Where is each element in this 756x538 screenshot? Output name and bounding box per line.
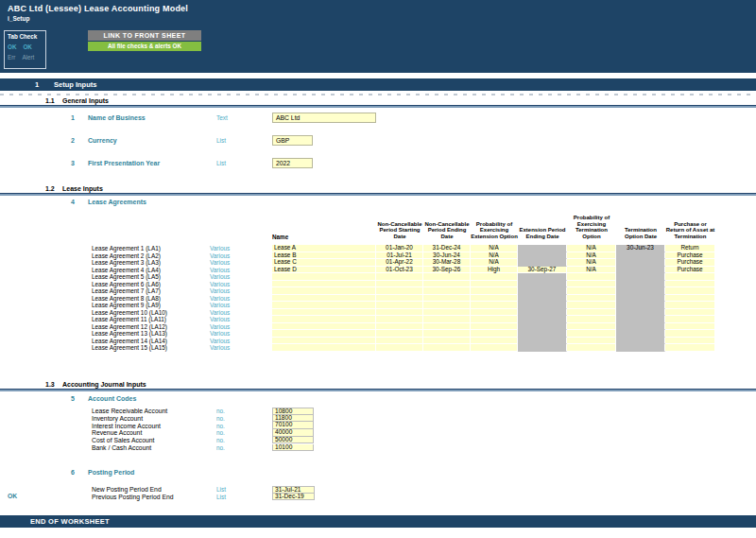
- column-header-probability-of-exercising-extension-option: Probability of Exercising Extension Opti…: [471, 221, 518, 242]
- termination-probability-cell[interactable]: [567, 273, 616, 281]
- end-date-cell[interactable]: [423, 273, 471, 281]
- extension-probability-cell[interactable]: [471, 302, 518, 309]
- start-date-cell[interactable]: [376, 316, 423, 323]
- lease-row-type: Various: [210, 330, 272, 338]
- termination-action-cell[interactable]: [665, 330, 715, 338]
- extension-probability-cell[interactable]: [471, 323, 518, 331]
- start-date-cell[interactable]: [376, 295, 423, 303]
- termination-action-cell[interactable]: [665, 295, 715, 303]
- termination-action-cell[interactable]: [665, 309, 715, 317]
- lease-name-cell[interactable]: [272, 302, 376, 309]
- extension-probability-cell[interactable]: [471, 338, 518, 345]
- lease-name-cell[interactable]: [272, 344, 376, 352]
- termination-probability-cell[interactable]: [567, 287, 616, 295]
- start-date-cell[interactable]: [376, 273, 423, 281]
- lease-row-type: Various: [210, 316, 272, 323]
- tab-check-err-left: Err: [8, 54, 15, 61]
- termination-action-cell[interactable]: [665, 273, 715, 281]
- item-number: 3: [71, 160, 88, 166]
- account-code-input-bank-cash-account[interactable]: 10100: [272, 444, 314, 452]
- end-date-cell[interactable]: [423, 316, 471, 323]
- lease-row-label: Lease Agreement 13 (LA13): [92, 330, 210, 338]
- termination-probability-cell[interactable]: N/A: [567, 267, 616, 274]
- termination-action-cell[interactable]: Purchase: [665, 267, 715, 274]
- extension-probability-cell[interactable]: [471, 273, 518, 281]
- termination-probability-cell[interactable]: [567, 295, 616, 303]
- start-date-cell[interactable]: [376, 302, 423, 309]
- start-date-cell[interactable]: [376, 309, 423, 317]
- extension-probability-cell[interactable]: [471, 281, 518, 288]
- termination-probability-cell[interactable]: [567, 344, 616, 352]
- extension-probability-cell[interactable]: [471, 309, 518, 317]
- lease-name-cell[interactable]: Lease D: [272, 267, 376, 274]
- termination-action-cell[interactable]: [665, 316, 715, 323]
- end-date-cell[interactable]: [423, 281, 471, 288]
- input-currency[interactable]: GBP: [272, 135, 313, 146]
- extension-end-date-cell: [518, 245, 567, 252]
- section-bar-setup-inputs: 1 Setup Inputs: [0, 78, 756, 91]
- lease-row-type: Various: [210, 281, 272, 288]
- start-date-cell[interactable]: [376, 330, 423, 338]
- posting-period-input-previous-posting-period-end[interactable]: 31-Dec-19: [272, 494, 315, 501]
- termination-action-cell[interactable]: [665, 281, 715, 288]
- page-title: ABC Ltd (Lessee) Lease Accounting Model: [8, 4, 188, 13]
- extension-probability-cell[interactable]: [471, 287, 518, 295]
- end-date-cell[interactable]: [423, 287, 471, 295]
- termination-action-cell[interactable]: [665, 338, 715, 345]
- input-type-label: List: [216, 137, 272, 144]
- start-date-cell[interactable]: [376, 281, 423, 288]
- link-to-front-sheet-button[interactable]: LINK TO FRONT SHEET: [88, 30, 201, 41]
- input-first-presentation-year[interactable]: 2022: [272, 158, 313, 168]
- input-name-of-business[interactable]: ABC Ltd: [272, 113, 376, 123]
- termination-probability-cell[interactable]: [567, 309, 616, 317]
- end-date-cell[interactable]: [423, 330, 471, 338]
- extension-end-date-cell[interactable]: 30-Sep-27: [518, 267, 567, 274]
- start-date-cell[interactable]: [376, 338, 423, 345]
- termination-date-cell: [616, 273, 665, 281]
- extension-probability-cell[interactable]: High: [471, 267, 518, 274]
- end-date-cell[interactable]: [423, 323, 471, 331]
- start-date-cell[interactable]: [376, 344, 423, 352]
- extension-probability-cell[interactable]: [471, 295, 518, 303]
- lease-row: Lease Agreement 12 (LA12)Various: [0, 323, 756, 331]
- start-date-cell[interactable]: [376, 323, 423, 331]
- termination-action-cell[interactable]: [665, 323, 715, 331]
- start-date-cell[interactable]: 01-Oct-23: [376, 267, 423, 274]
- heading-rule: [0, 193, 756, 196]
- end-date-cell[interactable]: [423, 302, 471, 309]
- termination-probability-cell[interactable]: [567, 316, 616, 323]
- extension-end-date-cell: [518, 287, 567, 295]
- end-date-cell[interactable]: [423, 309, 471, 317]
- termination-probability-cell[interactable]: [567, 338, 616, 345]
- lease-row: Lease Agreement 5 (LA5)Various: [0, 273, 756, 281]
- subsection-title: Accounting Journal Inputs: [62, 381, 146, 388]
- termination-probability-cell[interactable]: [567, 281, 616, 288]
- start-date-cell[interactable]: [376, 287, 423, 295]
- lease-row-label: Lease Agreement 1 (LA1): [92, 245, 210, 252]
- termination-action-cell[interactable]: [665, 287, 715, 295]
- lease-name-cell[interactable]: [272, 316, 376, 323]
- lease-name-cell[interactable]: [272, 273, 376, 281]
- extension-probability-cell[interactable]: [471, 344, 518, 352]
- lease-name-cell[interactable]: [272, 281, 376, 288]
- lease-name-cell[interactable]: [272, 330, 376, 338]
- end-date-cell[interactable]: 30-Sep-26: [423, 267, 471, 274]
- termination-probability-cell[interactable]: [567, 323, 616, 331]
- account-code-row: Revenue Accountno.40000: [0, 429, 756, 437]
- end-date-cell[interactable]: [423, 338, 471, 345]
- extension-probability-cell[interactable]: [471, 330, 518, 338]
- termination-probability-cell[interactable]: [567, 302, 616, 309]
- end-date-cell[interactable]: [423, 344, 471, 352]
- lease-name-cell[interactable]: [272, 295, 376, 303]
- end-date-cell[interactable]: [423, 295, 471, 303]
- extension-end-date-cell: [518, 316, 567, 323]
- lease-name-cell[interactable]: [272, 287, 376, 295]
- extension-probability-cell[interactable]: [471, 316, 518, 323]
- lease-name-cell[interactable]: [272, 323, 376, 331]
- termination-action-cell[interactable]: [665, 302, 715, 309]
- termination-probability-cell[interactable]: [567, 330, 616, 338]
- lease-name-cell[interactable]: [272, 309, 376, 317]
- lease-name-cell[interactable]: [272, 338, 376, 345]
- termination-action-cell[interactable]: [665, 344, 715, 352]
- lease-row: Lease Agreement 4 (LA4)VariousLease D01-…: [0, 267, 756, 274]
